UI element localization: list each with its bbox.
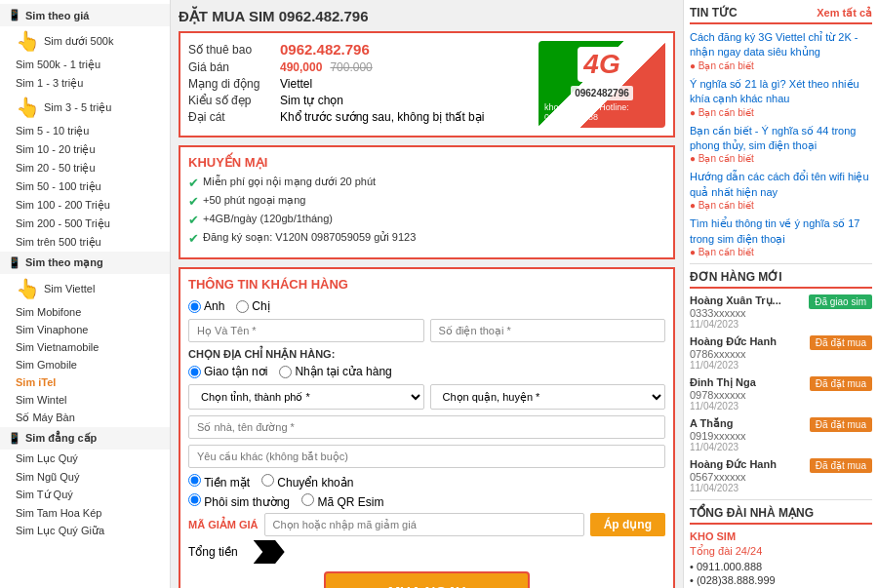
left-sidebar: 📱 Sim theo giá 👆 Sim dưới 500k Sim 500k … bbox=[0, 0, 171, 588]
sidebar-premium-0[interactable]: Sim Lục Quý bbox=[0, 450, 170, 468]
kho-sim-label: KHO SIM bbox=[690, 530, 872, 542]
sidebar-premium-1[interactable]: Sim Ngũ Quý bbox=[0, 468, 170, 486]
sidebar-network-5[interactable]: Sim iTel bbox=[0, 373, 170, 391]
order-name: A Thắng bbox=[690, 417, 810, 430]
divider-1 bbox=[690, 263, 872, 264]
news-link-2[interactable]: Bạn cần biết - Ý nghĩa số 44 trong phong… bbox=[690, 125, 856, 151]
news-item-4: Tìm hiểu thông tin về ý nghĩa số 17 tron… bbox=[690, 216, 872, 257]
right-sidebar: TIN TỨC Xem tất cả Cách đăng ký 3G Viett… bbox=[683, 0, 878, 588]
order-item: A Thắng 0919xxxxxx 11/04/2023 Đã đặt mua bbox=[690, 417, 872, 452]
payment-transfer-radio[interactable] bbox=[261, 474, 274, 487]
news-link-0[interactable]: Cách đăng ký 3G Viettel chỉ từ 2K - nhận… bbox=[690, 31, 858, 58]
coupon-row: MÃ GIẢM GIÁ Áp dụng bbox=[188, 513, 665, 536]
sidebar-premium-4[interactable]: Sim Lục Quý Giữa bbox=[0, 522, 170, 540]
order-name: Đinh Thị Nga bbox=[690, 376, 810, 389]
sidebar-item-8[interactable]: Sim 100 - 200 Triệu bbox=[0, 196, 170, 215]
address-row bbox=[188, 415, 665, 439]
news-link-4[interactable]: Tìm hiểu thông tin về ý nghĩa số 17 tron… bbox=[690, 217, 859, 244]
center-content: ĐẶT MUA SIM 0962.482.796 Số thuê bao 096… bbox=[171, 0, 683, 588]
note-input[interactable] bbox=[188, 445, 665, 468]
check-icon-0: ✔ bbox=[188, 176, 199, 190]
note-row bbox=[188, 445, 665, 468]
sidebar-item-5[interactable]: Sim 10 - 20 triệu bbox=[0, 140, 170, 159]
order-status: Đã đặt mua bbox=[810, 376, 872, 391]
product-price-row: Giá bán 490,000 700.000 bbox=[188, 60, 529, 74]
sidebar-network-3[interactable]: Sim Vietnamobile bbox=[0, 338, 170, 356]
phone-input[interactable] bbox=[430, 319, 666, 342]
form-title: THÔNG TIN KHÁCH HÀNG bbox=[188, 277, 665, 292]
page-layout: 📱 Sim theo giá 👆 Sim dưới 500k Sim 500k … bbox=[0, 0, 878, 588]
apply-coupon-button[interactable]: Áp dụng bbox=[590, 513, 665, 536]
order-status: Đã đặt mua bbox=[810, 458, 872, 473]
sidebar-network-1[interactable]: Sim Mobifone bbox=[0, 303, 170, 321]
check-icon-2: ✔ bbox=[188, 213, 199, 227]
customer-form: THÔNG TIN KHÁCH HÀNG Anh Chị bbox=[179, 267, 675, 588]
order-item: Đinh Thị Nga 0978xxxxxx 11/04/2023 Đã đặ… bbox=[690, 376, 872, 412]
gender-chi[interactable]: Chị bbox=[236, 299, 269, 313]
sidebar-item-9[interactable]: Sim 200 - 500 Triệu bbox=[0, 215, 170, 233]
sidebar-item-10[interactable]: Sim trên 500 triệu bbox=[0, 233, 170, 252]
coupon-input[interactable] bbox=[264, 513, 584, 536]
sidebar-network-6[interactable]: Sim Wintel bbox=[0, 391, 170, 409]
sim-type-esim-radio[interactable] bbox=[301, 493, 314, 506]
delivery-radio-group: Giao tận nơi Nhận tại cửa hàng bbox=[188, 365, 665, 378]
product-network-row: Mạng di động Viettel bbox=[188, 77, 529, 91]
news-item-0: Cách đăng ký 3G Viettel chỉ từ 2K - nhận… bbox=[690, 30, 872, 71]
sim-type-physical-radio[interactable] bbox=[188, 493, 201, 506]
province-select[interactable]: Chọn tỉnh, thành phố * bbox=[188, 384, 424, 410]
order-date: 11/04/2023 bbox=[690, 401, 810, 412]
sidebar-item-0[interactable]: 👆 Sim dưới 500k bbox=[0, 26, 170, 56]
name-input[interactable] bbox=[188, 319, 424, 342]
delivery-home-radio[interactable] bbox=[188, 366, 201, 378]
delivery-home[interactable]: Giao tận nơi bbox=[188, 365, 267, 378]
order-phone: 0919xxxxxx bbox=[690, 430, 810, 442]
gender-chi-radio[interactable] bbox=[236, 300, 249, 313]
buy-button-wrap: MUA NGAY Giao hàng miễn phí bbox=[188, 571, 665, 588]
district-select[interactable]: Chọn quận, huyện * bbox=[430, 384, 666, 410]
news-link-3[interactable]: Hướng dẫn các cách đổi tên wifi hiệu quả… bbox=[690, 171, 869, 197]
gender-anh[interactable]: Anh bbox=[188, 299, 224, 313]
4g-badge: 4G bbox=[578, 47, 625, 82]
order-info: Hoàng Đức Hanh 0567xxxxxx 11/04/2023 bbox=[690, 458, 810, 493]
order-date: 11/04/2023 bbox=[690, 360, 810, 371]
buy-now-button[interactable]: MUA NGAY Giao hàng miễn phí bbox=[324, 571, 531, 588]
sidebar-network-0[interactable]: 👆 Sim Viettel bbox=[0, 274, 170, 303]
sidebar-network-7[interactable]: Số Máy Bàn bbox=[0, 409, 170, 427]
sidebar-item-6[interactable]: Sim 20 - 50 triệu bbox=[0, 159, 170, 177]
gender-radio-group: Anh Chị bbox=[188, 299, 665, 313]
hotline-number-2: • (028)38.888.999 bbox=[690, 574, 872, 586]
hand-icon-3: 👆 bbox=[16, 96, 40, 119]
sim-type-physical[interactable]: Phôi sim thường bbox=[188, 493, 290, 509]
sidebar-section-premium: 📱 Sim đẳng cấp bbox=[0, 427, 170, 450]
gender-anh-radio[interactable] bbox=[188, 300, 201, 313]
address-input[interactable] bbox=[188, 415, 665, 439]
sidebar-item-7[interactable]: Sim 50 - 100 triệu bbox=[0, 177, 170, 196]
total-label: Tổng tiền bbox=[188, 545, 238, 559]
promo-item-3: ✔ Đăng ký soạn: V120N 0987059059 gửi 912… bbox=[188, 231, 665, 246]
sidebar-premium-3[interactable]: Sim Tam Hoa Kép bbox=[0, 504, 170, 522]
hand-pointer-icon bbox=[254, 540, 285, 564]
delivery-store[interactable]: Nhận tại cửa hàng bbox=[279, 365, 391, 378]
sidebar-network-4[interactable]: Sim Gmobile bbox=[0, 356, 170, 373]
order-date: 11/04/2023 bbox=[690, 319, 809, 330]
sidebar-item-1[interactable]: Sim 500k - 1 triệu bbox=[0, 56, 170, 74]
sidebar-item-2[interactable]: Sim 1 - 3 triệu bbox=[0, 74, 170, 93]
delivery-store-radio[interactable] bbox=[279, 366, 292, 378]
main-area: 📱 Sim theo giá 👆 Sim dưới 500k Sim 500k … bbox=[0, 0, 878, 588]
payment-cash[interactable]: Tiền mặt bbox=[188, 474, 250, 490]
payment-transfer[interactable]: Chuyển khoản bbox=[261, 474, 353, 490]
order-info: Hoàng Xuân Trụ... 0333xxxxxx 11/04/2023 bbox=[690, 294, 809, 330]
province-district-row: Chọn tỉnh, thành phố * Chọn quận, huyện … bbox=[188, 384, 665, 410]
sim-type-esim[interactable]: Mã QR Esim bbox=[301, 493, 383, 509]
sidebar-item-3[interactable]: 👆 Sim 3 - 5 triệu bbox=[0, 93, 170, 122]
see-all-link[interactable]: Xem tất cả bbox=[817, 7, 872, 20]
sidebar-premium-2[interactable]: Sim Tứ Quý bbox=[0, 486, 170, 504]
hand-icon-net-0: 👆 bbox=[16, 277, 40, 300]
sidebar-section-network: 📱 Sim theo mạng bbox=[0, 252, 170, 274]
payment-cash-radio[interactable] bbox=[188, 474, 201, 487]
order-name: Hoàng Xuân Trụ... bbox=[690, 294, 809, 307]
sidebar-network-2[interactable]: Sim Vinaphone bbox=[0, 321, 170, 338]
news-link-1[interactable]: Ý nghĩa số 21 là gì? Xét theo nhiều khía… bbox=[690, 78, 859, 104]
sidebar-item-4[interactable]: Sim 5 - 10 triệu bbox=[0, 122, 170, 140]
promo-title: KHUYẾN MẠI bbox=[188, 155, 665, 170]
